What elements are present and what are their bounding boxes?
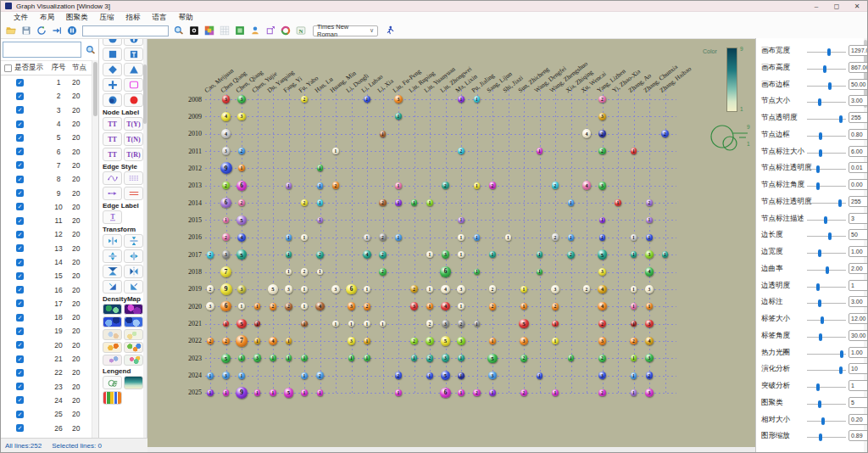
- edge-style-button-2[interactable]: [103, 187, 122, 200]
- node-search-input[interactable]: [3, 42, 81, 58]
- menu-item-file[interactable]: 文件: [8, 13, 34, 23]
- row-checkbox[interactable]: ✓: [16, 92, 24, 100]
- node-ball[interactable]: 1: [505, 234, 512, 241]
- slider-value[interactable]: 50: [849, 229, 868, 240]
- node-ball[interactable]: 5: [284, 388, 294, 398]
- slider-value[interactable]: 6.00: [849, 146, 868, 157]
- node-ball[interactable]: 2: [442, 182, 449, 189]
- menu-item-language[interactable]: 语言: [147, 13, 173, 23]
- slider-value[interactable]: 0.00: [849, 179, 868, 190]
- row-checkbox[interactable]: ✓: [16, 299, 24, 307]
- table-row[interactable]: ✓120: [1, 76, 92, 89]
- table-row[interactable]: ✓2620: [1, 421, 92, 434]
- node-ball[interactable]: 4: [221, 129, 231, 138]
- node-ball[interactable]: 1: [301, 303, 308, 310]
- node-ball[interactable]: 2: [661, 130, 669, 137]
- node-ball[interactable]: 1: [458, 372, 465, 379]
- transform-button-7[interactable]: [124, 280, 143, 294]
- slider-thumb[interactable]: [819, 132, 822, 140]
- node-ball[interactable]: 2: [395, 372, 403, 379]
- node-ball[interactable]: 9: [236, 387, 248, 399]
- node-ball[interactable]: 2: [598, 389, 606, 397]
- node-ball[interactable]: 3: [488, 372, 497, 380]
- slider-value[interactable]: 0.20: [849, 414, 868, 425]
- node-search-icon[interactable]: [83, 42, 97, 57]
- node-ball[interactable]: 3: [348, 337, 356, 345]
- edge-label-button-0[interactable]: T: [103, 210, 122, 224]
- node-ball[interactable]: 1: [238, 165, 245, 171]
- row-checkbox[interactable]: ✓: [16, 161, 24, 169]
- node-ball[interactable]: 1: [254, 389, 261, 396]
- node-ball[interactable]: 1: [489, 338, 496, 344]
- node-ball[interactable]: 2: [552, 303, 559, 310]
- row-checkbox[interactable]: ✓: [16, 217, 24, 225]
- node-ball[interactable]: 5: [236, 215, 247, 226]
- row-checkbox[interactable]: ✓: [16, 424, 24, 432]
- node-ball[interactable]: 7: [236, 335, 247, 346]
- node-ball[interactable]: 1: [411, 355, 418, 361]
- slider-track[interactable]: [807, 270, 846, 271]
- node-ball[interactable]: 1: [458, 217, 465, 224]
- node-ball[interactable]: 4: [363, 250, 372, 260]
- node-ball[interactable]: 7: [220, 266, 231, 277]
- node-label-button-3[interactable]: T(N): [124, 132, 143, 146]
- slider-track[interactable]: [807, 119, 846, 120]
- node-ball[interactable]: 1: [364, 234, 370, 241]
- node-ball[interactable]: 2: [598, 96, 606, 103]
- row-checkbox[interactable]: ✓: [16, 314, 24, 322]
- node-ball[interactable]: 1: [380, 131, 387, 137]
- slider-value[interactable]: 30.00: [849, 330, 868, 341]
- slider-thumb[interactable]: [818, 299, 821, 307]
- node-shapes-button-4[interactable]: [103, 63, 122, 76]
- transform-button-0[interactable]: [103, 234, 122, 248]
- node-ball[interactable]: 2: [207, 338, 214, 345]
- node-ball[interactable]: 1: [238, 355, 245, 361]
- node-ball[interactable]: 2: [379, 199, 387, 207]
- slider-track[interactable]: [807, 404, 846, 405]
- node-ball[interactable]: 3: [222, 95, 231, 103]
- node-ball[interactable]: 1: [599, 234, 606, 241]
- table-row[interactable]: ✓1020: [1, 200, 92, 214]
- node-ball[interactable]: 4: [315, 302, 325, 311]
- row-checkbox[interactable]: ✓: [16, 327, 24, 335]
- slider-value[interactable]: 3: [849, 213, 868, 224]
- node-ball[interactable]: 1: [426, 286, 433, 293]
- pause-button[interactable]: [64, 24, 80, 37]
- node-ball[interactable]: 2: [301, 199, 309, 207]
- node-ball[interactable]: 1: [317, 269, 324, 276]
- node-ball[interactable]: 2: [598, 355, 606, 362]
- slider-track[interactable]: [807, 303, 846, 304]
- transform-button-5[interactable]: [124, 265, 143, 278]
- row-checkbox[interactable]: ✓: [16, 341, 24, 349]
- slider-track[interactable]: [807, 220, 846, 221]
- node-ball[interactable]: 1: [270, 355, 276, 361]
- node-ball[interactable]: 1: [426, 199, 433, 206]
- maximize-button[interactable]: ◻: [826, 1, 847, 12]
- export-n-button[interactable]: N: [293, 24, 309, 37]
- node-ball[interactable]: 1: [458, 303, 465, 310]
- slider-value[interactable]: 1.00: [849, 246, 868, 257]
- slider-value[interactable]: 50.00: [849, 79, 868, 90]
- row-checkbox[interactable]: ✓: [16, 244, 24, 252]
- node-ball[interactable]: 3: [645, 389, 654, 397]
- node-ball[interactable]: 2: [520, 355, 528, 362]
- node-ball[interactable]: 3: [598, 372, 607, 380]
- node-ball[interactable]: 1: [646, 234, 653, 241]
- slider-thumb[interactable]: [840, 350, 843, 358]
- node-ball[interactable]: 1: [474, 269, 481, 276]
- table-row[interactable]: ✓1820: [1, 310, 92, 324]
- table-row[interactable]: ✓2420: [1, 394, 92, 407]
- menu-item-metrics[interactable]: 指标: [120, 13, 147, 23]
- edge-style-button-3[interactable]: [124, 187, 143, 200]
- node-ball[interactable]: 1: [395, 182, 402, 189]
- node-ball[interactable]: 2: [426, 320, 434, 327]
- transform-button-1[interactable]: [124, 234, 143, 248]
- table-row[interactable]: ✓1920: [1, 324, 92, 338]
- table-row[interactable]: ✓620: [1, 144, 92, 158]
- node-ball[interactable]: 1: [411, 199, 418, 206]
- node-ball[interactable]: 1: [631, 372, 637, 379]
- node-ball[interactable]: 3: [206, 302, 214, 310]
- slider-track[interactable]: [807, 421, 846, 422]
- node-ball[interactable]: 1: [474, 234, 481, 241]
- node-ball[interactable]: 1: [286, 355, 292, 361]
